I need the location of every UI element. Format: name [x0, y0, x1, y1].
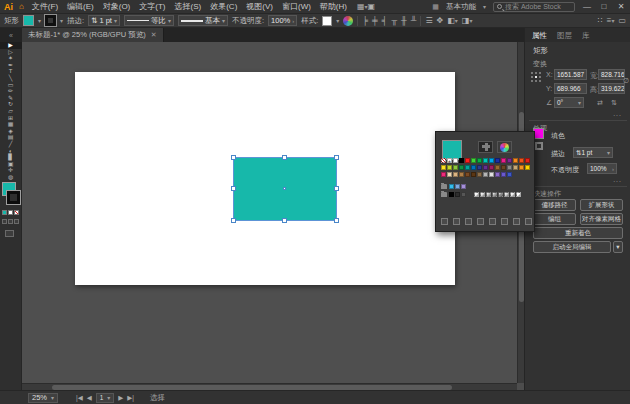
tool-scale[interactable]: ▱ — [0, 108, 22, 115]
tool-zoom[interactable]: ◍ — [0, 174, 22, 181]
shape-mode-icon[interactable]: ◧▾ — [447, 16, 458, 25]
handle-bottom-right[interactable] — [334, 218, 339, 223]
style-chevron-icon[interactable]: ▾ — [336, 17, 339, 24]
swatch[interactable] — [453, 165, 458, 170]
document-setup-icon[interactable]: ▣ — [368, 2, 376, 11]
swatch[interactable] — [461, 192, 466, 197]
flip-vertical-icon[interactable]: ⇅ — [611, 99, 617, 107]
swatches-view-tab[interactable] — [478, 141, 493, 153]
swatch[interactable] — [489, 165, 494, 170]
swatch[interactable] — [513, 158, 518, 163]
fill-chevron-icon[interactable]: ▾ — [38, 17, 41, 24]
swatch[interactable] — [489, 158, 494, 163]
swatch[interactable] — [489, 172, 494, 177]
menu-item[interactable]: 文件(F) — [32, 1, 58, 12]
color-group-folder-icon[interactable] — [441, 192, 447, 197]
minimize-button[interactable]: — — [582, 2, 592, 11]
gradient-swatch[interactable] — [516, 192, 521, 197]
swatch[interactable] — [455, 184, 460, 189]
swatch[interactable]: + — [447, 158, 452, 163]
swatch[interactable] — [465, 172, 470, 177]
swatch[interactable] — [459, 172, 464, 177]
stock-search-input[interactable]: 搜索 Adobe Stock — [493, 2, 575, 12]
tool-paintbrush[interactable]: ✏ — [0, 88, 22, 95]
global-edit-options-icon[interactable]: ▾ — [613, 241, 623, 253]
x-field[interactable]: 1651.587 — [554, 69, 587, 80]
swatch[interactable] — [483, 172, 488, 177]
workspace-switcher[interactable]: 基本功能 — [446, 2, 476, 12]
tool-hand[interactable]: ✛ — [0, 167, 22, 174]
start-global-edit-button[interactable]: 启动全局编辑 — [533, 241, 611, 253]
tool-type[interactable]: T — [0, 68, 22, 75]
swatch[interactable] — [525, 165, 530, 170]
transform-panel-icon[interactable]: ≡▾ — [607, 16, 615, 25]
swatch[interactable] — [495, 158, 500, 163]
menu-item[interactable]: 窗口(W) — [282, 1, 311, 12]
draw-inside-icon[interactable] — [14, 219, 19, 224]
gradient-swatch[interactable] — [498, 192, 503, 197]
tool-pencil[interactable]: ✎ — [0, 95, 22, 102]
swatch[interactable] — [525, 158, 530, 163]
new-color-group-icon[interactable] — [501, 218, 508, 225]
selected-rectangle[interactable] — [233, 157, 337, 221]
handle-top-right[interactable] — [334, 155, 339, 160]
swatch[interactable] — [483, 158, 488, 163]
add-to-library-icon[interactable] — [465, 218, 472, 225]
recolor-button[interactable]: 重新着色 — [533, 227, 623, 239]
arrange-documents-icon[interactable]: ▦▾ — [357, 2, 368, 11]
color-mixer-tab[interactable] — [497, 141, 512, 153]
gradient-swatch[interactable] — [486, 192, 491, 197]
swatch[interactable] — [453, 172, 458, 177]
gradient-swatch[interactable] — [492, 192, 497, 197]
chevron-down-icon[interactable]: ▾ — [483, 3, 486, 10]
swatch[interactable] — [507, 172, 512, 177]
handle-top-center[interactable] — [282, 155, 287, 160]
none-button[interactable] — [14, 210, 19, 215]
align-bottom-icon[interactable]: ╨ — [411, 16, 417, 25]
swatch[interactable] — [441, 165, 446, 170]
gradient-swatch[interactable] — [480, 192, 485, 197]
swatch[interactable] — [449, 184, 454, 189]
home-icon[interactable]: ⌂ — [19, 2, 24, 11]
align-h-center-icon[interactable]: ╪ — [372, 16, 378, 25]
swatch[interactable] — [501, 165, 506, 170]
swatch-kinds-icon[interactable] — [477, 218, 484, 225]
tool-column-graph[interactable]: ▊ — [0, 154, 22, 161]
swatch[interactable] — [477, 165, 482, 170]
swatch[interactable] — [519, 158, 524, 163]
handle-bottom-left[interactable] — [231, 218, 236, 223]
maximize-button[interactable]: □ — [599, 2, 609, 11]
artboard-nav-field[interactable]: 1▾ — [96, 393, 115, 403]
align-pixel-grid-button[interactable]: 对齐像素网格 — [580, 213, 623, 225]
gradient-swatch[interactable] — [474, 192, 479, 197]
swatch[interactable] — [449, 192, 454, 197]
swatch[interactable] — [513, 165, 518, 170]
swatch[interactable] — [507, 158, 512, 163]
align-v-center-icon[interactable]: ╫ — [401, 16, 407, 25]
distribute-icon[interactable]: ☰ — [425, 16, 432, 25]
menu-item[interactable]: 编辑(E) — [67, 1, 94, 12]
constrain-proportions-icon[interactable]: ∅ — [623, 77, 629, 85]
tool-shape-builder[interactable]: ⊞ — [0, 115, 22, 122]
gradient-button[interactable] — [8, 210, 13, 215]
horizontal-scrollbar[interactable] — [22, 383, 517, 390]
tab-collapse-icon[interactable]: « — [0, 32, 22, 39]
align-panel-icon[interactable]: ∷ — [598, 16, 603, 25]
transform-more-options[interactable]: ... — [613, 110, 622, 117]
gradient-swatch[interactable] — [504, 192, 509, 197]
color-group-folder-icon[interactable] — [441, 184, 447, 189]
document-tab[interactable]: 未标题-1* @ 25% (RGB/GPU 预览) ✕ — [22, 28, 164, 42]
first-artboard-icon[interactable]: |◀ — [76, 394, 83, 402]
swatch[interactable] — [501, 172, 506, 177]
tool-rotate[interactable]: ↻ — [0, 101, 22, 108]
pathfinder-icon[interactable]: ◨▾ — [462, 16, 473, 25]
menu-item[interactable]: 视图(V) — [246, 1, 273, 12]
appearance-stroke-swatch[interactable] — [535, 142, 543, 150]
swatch[interactable] — [471, 165, 476, 170]
tool-pen[interactable]: ✒ — [0, 62, 22, 69]
swatch[interactable] — [507, 165, 512, 170]
swatch[interactable] — [459, 158, 464, 163]
group-button[interactable]: 编组 — [533, 213, 576, 225]
color-themes-icon[interactable] — [453, 218, 460, 225]
swatch[interactable] — [483, 165, 488, 170]
